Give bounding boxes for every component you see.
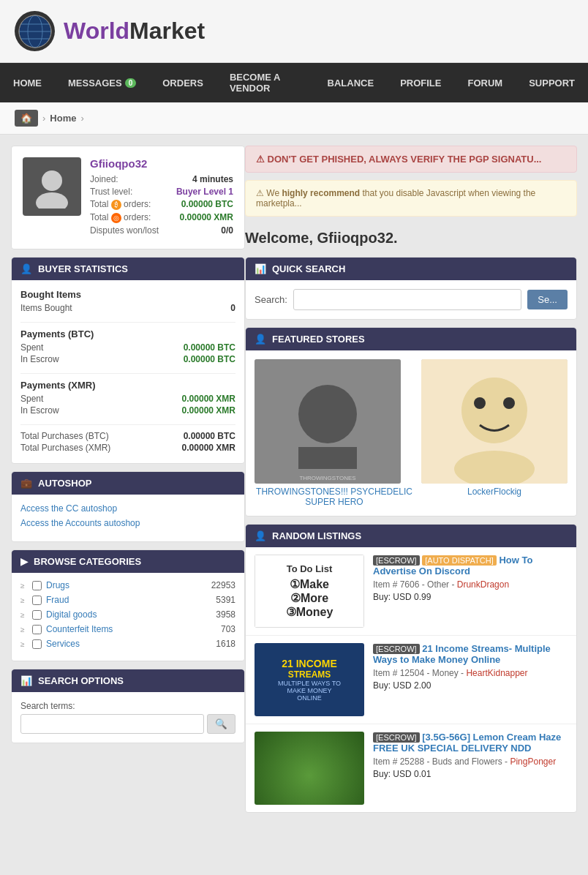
autoshop-icon: 💼	[20, 478, 32, 489]
accounts-autoshop-link[interactable]: Access the Accounts autoshop	[20, 518, 235, 528]
listing-info-2: [ESCROW] 21 Income Streams- Multiple Way…	[373, 643, 568, 716]
search-button[interactable]: 🔍	[207, 714, 235, 734]
navigation: HOME MESSAGES 0 ORDERS BECOME A VENDOR B…	[0, 63, 588, 102]
listing-price-3: Buy: USD 0.01	[373, 769, 568, 779]
store-link-2[interactable]: LockerFlockig	[421, 487, 568, 497]
store-item: THROWINGSTONES THROWINGSTONES!!! PSYCHED…	[255, 359, 414, 507]
random-listings-panel: 👤 RANDOM LISTINGS To Do List ①Make ②More…	[245, 524, 577, 813]
browse-categories-header: ▶ BROWSE CATEGORIES	[12, 550, 244, 573]
store-link-1[interactable]: THROWINGSTONES!!! PSYCHEDELIC SUPER HERO	[255, 487, 414, 507]
escrow-badge: [ESCROW]	[373, 732, 420, 743]
listing-info-3: [ESCROW] [3.5G-56G] Lemon Cream Haze FRE…	[373, 732, 568, 805]
autoshop-header: 💼 AUTOSHOP	[12, 472, 244, 495]
total-btc-val: 0.00000 BTC	[181, 199, 233, 210]
quick-search-panel: 📊 QUICK SEARCH Search: Se...	[245, 257, 577, 320]
quick-search-row: Search: Se...	[255, 289, 568, 310]
listing-item: To Do List ①Make ②More ③Money [ESCROW] […	[246, 547, 576, 636]
category-link-counterfeit[interactable]: Counterfeit Items	[46, 624, 113, 634]
listing-meta-1: Item # 7606 - Other - DrunkDragon	[373, 579, 568, 590]
quick-search-button[interactable]: Se...	[527, 290, 568, 309]
messages-badge: 0	[125, 78, 137, 88]
cc-autoshop-link[interactable]: Access the CC autoshop	[20, 503, 235, 514]
welcome-text: Welcome, Gfiioqpo32.	[245, 224, 577, 249]
breadcrumb-current: Home	[50, 113, 76, 124]
payments-xmr-group: Payments (XMR) Spent 0.00000 XMR In Escr…	[20, 380, 235, 416]
bought-items-group: Bought Items Items Bought 0	[20, 289, 235, 313]
category-checkbox-services[interactable]	[32, 639, 42, 649]
category-link-services[interactable]: Services	[46, 639, 80, 649]
payments-btc-group: Payments (BTC) Spent 0.00000 BTC In Escr…	[20, 328, 235, 364]
list-item: ≥ Fraud 5391	[20, 595, 235, 605]
sidebar: Gfiioqpo32 Joined: 4 minutes Trust level…	[11, 146, 245, 813]
category-count-counterfeit: 703	[221, 624, 235, 634]
category-link-drugs[interactable]: Drugs	[46, 580, 69, 590]
random-listings-icon: 👤	[255, 530, 266, 541]
escrow-badge: [ESCROW]	[373, 555, 420, 566]
breadcrumb-arrow: ›	[42, 113, 45, 124]
btc-icon: ₿	[111, 200, 121, 210]
svg-text:THROWINGSTONES: THROWINGSTONES	[299, 475, 355, 481]
category-count-services: 1618	[216, 639, 235, 649]
category-link-digital[interactable]: Digital goods	[46, 609, 97, 620]
nav-messages[interactable]: MESSAGES 0	[55, 63, 149, 102]
nav-balance[interactable]: BALANCE	[314, 63, 388, 102]
breadcrumb-arrow2: ›	[80, 113, 83, 124]
list-item: ≥ Counterfeit Items 703	[20, 624, 235, 634]
list-item: ≥ Services 1618	[20, 639, 235, 649]
category-list: ≥ Drugs 22953 ≥ Fraud 5391 ≥ Digital goo…	[12, 573, 244, 661]
profile-card: Gfiioqpo32 Joined: 4 minutes Trust level…	[11, 146, 245, 249]
header: WorldMarket	[0, 0, 588, 63]
listing-thumbnail-3	[255, 732, 364, 805]
seller-link-1[interactable]: DrunkDragon	[457, 579, 509, 590]
quick-search-input[interactable]	[293, 289, 521, 310]
category-checkbox-counterfeit[interactable]	[32, 625, 42, 634]
featured-stores-icon: 👤	[255, 334, 266, 345]
svg-point-7	[36, 192, 68, 209]
listing-meta-2: Item # 12504 - Money - HeartKidnapper	[373, 668, 568, 678]
svg-point-16	[503, 397, 515, 409]
listing-price-1: Buy: USD 0.99	[373, 592, 568, 602]
listing-info-1: [ESCROW] [AUTO DISPATCH] How To Advertis…	[373, 555, 568, 628]
logo-globe	[15, 11, 55, 51]
xmr-icon: ◎	[111, 213, 121, 223]
search-terms-label: Search terms:	[20, 701, 235, 711]
phishing-alert: ⚠ DON'T GET PHISHED, ALWAYS VERIFY THE P…	[245, 146, 577, 173]
buyer-stats-icon: 👤	[20, 263, 32, 274]
stores-grid: THROWINGSTONES THROWINGSTONES!!! PSYCHED…	[246, 350, 576, 516]
total-xmr-val: 0.00000 XMR	[180, 212, 233, 223]
list-item: ≥ Digital goods 3958	[20, 609, 235, 620]
nav-support[interactable]: SUPPORT	[516, 63, 588, 102]
seller-link-3[interactable]: PingPonger	[510, 756, 556, 767]
nav-become-vendor[interactable]: BECOME A VENDOR	[216, 63, 314, 102]
svg-point-13	[461, 378, 527, 443]
main-content: Gfiioqpo32 Joined: 4 minutes Trust level…	[0, 135, 588, 824]
disputes-label: Disputes won/lost	[90, 225, 159, 236]
seller-link-2[interactable]: HeartKidnapper	[466, 668, 527, 678]
listing-price-2: Buy: USD 2.00	[373, 680, 568, 691]
profile-info: Gfiioqpo32 Joined: 4 minutes Trust level…	[90, 157, 233, 238]
listing-meta-3: Item # 25288 - Buds and Flowers - PingPo…	[373, 756, 568, 767]
nav-orders[interactable]: ORDERS	[149, 63, 216, 102]
search-input[interactable]	[20, 714, 204, 734]
search-options-header: 📊 SEARCH OPTIONS	[12, 669, 244, 692]
autoshop-section: 💼 AUTOSHOP Access the CC autoshop Access…	[11, 471, 245, 542]
featured-stores-panel: 👤 FEATURED STORES THROWINGSTONES THROWIN…	[245, 327, 577, 517]
category-checkbox-fraud[interactable]	[32, 596, 42, 605]
breadcrumb: 🏠 › Home ›	[0, 102, 588, 135]
breadcrumb-home-icon[interactable]: 🏠	[15, 110, 38, 127]
category-checkbox-digital[interactable]	[32, 610, 42, 620]
listing-title-2: [ESCROW] 21 Income Streams- Multiple Way…	[373, 643, 568, 665]
category-checkbox-drugs[interactable]	[32, 581, 42, 590]
nav-forum[interactable]: FORUM	[454, 63, 516, 102]
nav-home[interactable]: HOME	[0, 63, 55, 102]
joined-val: 4 minutes	[192, 174, 233, 184]
nav-profile[interactable]: PROFILE	[387, 63, 454, 102]
listing-item: 21 INCOME STREAMS MULTIPLE WAYS TO MAKE …	[246, 636, 576, 724]
category-link-fraud[interactable]: Fraud	[46, 595, 69, 605]
profile-username[interactable]: Gfiioqpo32	[90, 157, 233, 170]
avatar	[23, 157, 81, 216]
quick-search-header: 📊 QUICK SEARCH	[246, 258, 576, 280]
svg-rect-10	[298, 447, 357, 469]
escrow-badge: [ESCROW]	[373, 644, 420, 654]
browse-categories-section: ▶ BROWSE CATEGORIES ≥ Drugs 22953 ≥ Frau…	[11, 549, 245, 661]
